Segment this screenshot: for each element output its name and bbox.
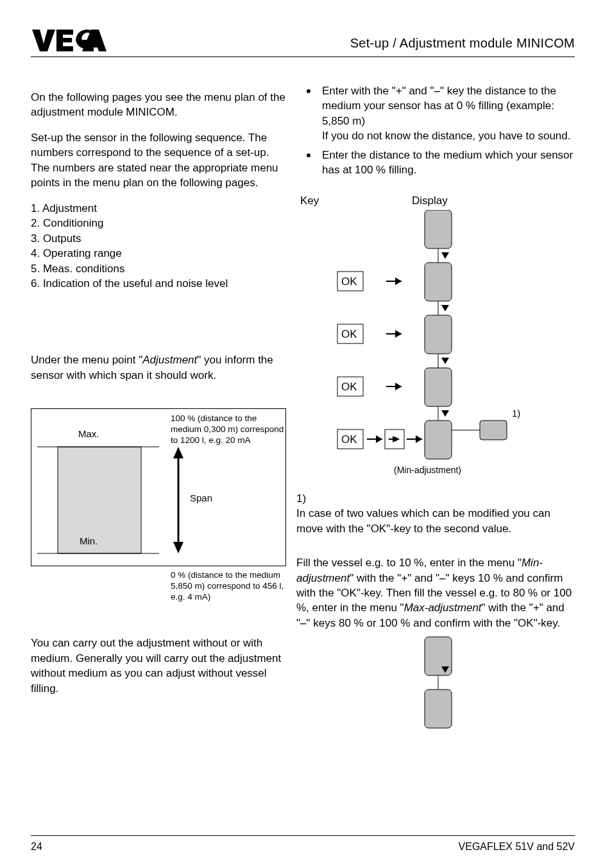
- seq-item-1: 1. Adjustment: [31, 201, 286, 216]
- intro-paragraph-2: Set-up the sensor in the following seque…: [31, 130, 286, 191]
- ok-label-1: OK: [341, 275, 357, 288]
- svg-rect-24: [425, 690, 452, 728]
- sequence-list: 1. Adjustment 2. Conditioning 3. Outputs…: [31, 201, 286, 291]
- seq-item-5: 5. Meas. conditions: [31, 261, 286, 276]
- seq-item-6: 6. Indication of the useful and noise le…: [31, 276, 286, 291]
- intro-paragraph-1: On the following pages you see the menu …: [31, 90, 286, 120]
- carryout-paragraph: You can carry out the adjustment without…: [31, 636, 286, 696]
- ok-label-3: OK: [341, 381, 357, 393]
- svg-marker-6: [173, 542, 183, 553]
- diag-min-label: Min.: [80, 535, 98, 546]
- note-1-body: In case of two values which can be modif…: [296, 506, 579, 536]
- display-label: Display: [412, 195, 448, 207]
- seq-item-4: 4. Operating range: [31, 246, 286, 261]
- bullet-1: Enter with the "+" and "–" key the dista…: [318, 82, 579, 144]
- svg-rect-1: [58, 447, 141, 553]
- doc-reference: VEGAFLEX 51V and 52V: [459, 841, 575, 853]
- svg-marker-5: [173, 447, 183, 458]
- left-column: On the following pages you see the menu …: [31, 90, 286, 706]
- page: Set-up / Adjustment module MINICOM On th…: [0, 0, 612, 868]
- footer-rule: [31, 835, 575, 836]
- svg-rect-19: [480, 421, 507, 440]
- ok-label-2: OK: [341, 328, 357, 340]
- bullet-list: Enter with the "+" and "–" key the dista…: [296, 82, 579, 178]
- adj-pre: Under the menu point ": [31, 354, 142, 366]
- diag-span-label: Span: [190, 492, 212, 503]
- note-1-number: 1): [296, 491, 579, 506]
- header-rule: [31, 56, 575, 57]
- seq-item-3: 3. Outputs: [31, 231, 286, 246]
- flow-diagram: OK OK OK OK 1) (Min-adjustment): [296, 210, 540, 480]
- seq-item-2: 2. Conditioning: [31, 216, 286, 230]
- page-number: 24: [31, 841, 42, 853]
- svg-rect-21: [425, 637, 452, 675]
- brand-logo: [31, 27, 108, 53]
- right-column: Enter with the "+" and "–" key the dista…: [296, 82, 579, 740]
- ok-label-4: OK: [341, 433, 357, 446]
- note-1: 1) In case of two values which can be mo…: [296, 491, 579, 536]
- span-diagram: Max. Min. Span 100 % (distance to the me…: [31, 408, 286, 614]
- diag-top-note: 100 % (distance to the medium 0,300 m) c…: [171, 413, 285, 446]
- fill-paragraph: Fill the vessel e.g. to 10 %, enter in t…: [296, 555, 579, 630]
- header-title: Set-up / Adjustment module MINICOM: [350, 36, 575, 51]
- diag-max-label: Max.: [78, 428, 99, 439]
- key-display-header: Key Display: [296, 195, 579, 207]
- adj-ital: Adjustment: [142, 354, 197, 366]
- adjustment-description: Under the menu point "Adjustment" you in…: [31, 352, 286, 383]
- min-adjustment-label: (Min-adjustment): [394, 465, 461, 475]
- one-paren: 1): [512, 408, 520, 419]
- diag-bottom-note: 0 % (distance to the medium 5,850 m) cor…: [171, 570, 285, 603]
- small-flow-diagram: [296, 634, 579, 737]
- bullet-2: Enter the distance to the medium which y…: [318, 146, 579, 178]
- key-label: Key: [296, 195, 412, 207]
